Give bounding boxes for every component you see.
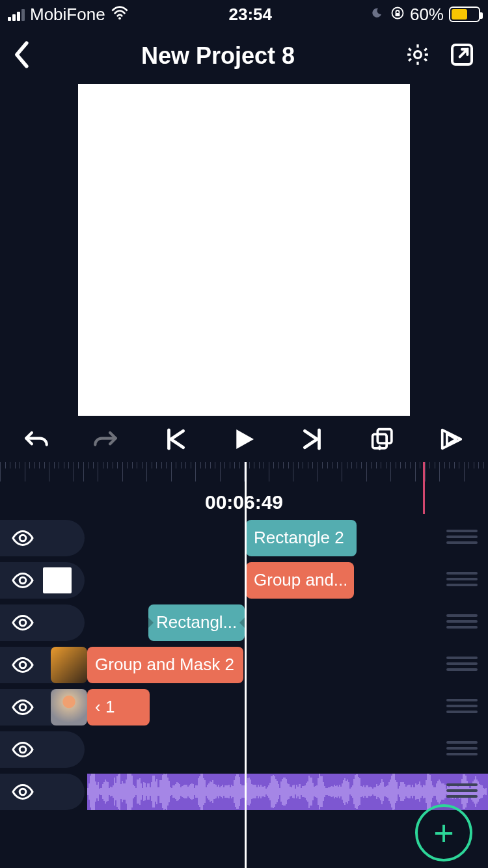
lock-rotation-icon [390, 5, 405, 25]
clip[interactable]: Rectangl... [148, 604, 245, 641]
track-head[interactable] [0, 562, 85, 599]
svg-point-3 [414, 51, 422, 59]
clip-label: Group and... [254, 570, 346, 590]
clip-label: Rectangle 2 [254, 528, 344, 548]
visibility-toggle[interactable] [10, 780, 35, 804]
reorder-handle[interactable] [446, 699, 478, 714]
svg-point-8 [20, 577, 26, 584]
track-head[interactable] [0, 604, 85, 641]
layer-thumb [51, 689, 87, 726]
track-row[interactable]: Rectangle 2 [0, 517, 488, 559]
battery-icon [449, 7, 480, 22]
export-button[interactable] [449, 42, 475, 70]
skip-start-button[interactable] [162, 426, 188, 452]
reorder-handle[interactable] [446, 614, 478, 630]
playhead[interactable] [245, 462, 247, 868]
reorder-handle[interactable] [446, 783, 478, 799]
svg-rect-2 [395, 13, 400, 16]
clip-label: Group and Mask 2 [95, 655, 234, 675]
clip-label: Rectangl... [156, 612, 237, 632]
svg-point-9 [20, 619, 26, 626]
waveform [87, 774, 488, 810]
track-head[interactable] [0, 731, 85, 768]
transport-bar [0, 416, 488, 462]
track-row[interactable]: ‹ 1 [0, 686, 488, 728]
svg-point-7 [20, 535, 26, 541]
status-time: 23:54 [229, 5, 273, 25]
clip-label: ‹ 1 [95, 697, 115, 717]
visibility-toggle[interactable] [10, 737, 35, 762]
moon-icon [372, 5, 385, 25]
carrier-label: MobiFone [30, 5, 105, 25]
status-bar: MobiFone 23:54 60% [0, 0, 488, 29]
timeline-ruler[interactable] [0, 462, 488, 488]
skip-end-button[interactable] [300, 426, 326, 452]
clip[interactable]: Group and Mask 2 [87, 647, 243, 683]
layer-thumb [43, 567, 72, 593]
clip[interactable]: Group and... [246, 562, 354, 599]
svg-point-0 [118, 17, 121, 20]
clip[interactable]: Rectangle 2 [246, 520, 357, 556]
timecode: 00:06:49 [205, 491, 283, 513]
preview-area [0, 83, 488, 416]
svg-point-10 [20, 662, 26, 668]
visibility-toggle[interactable] [10, 695, 35, 720]
app-header: New Project 8 [0, 29, 488, 83]
battery-level [452, 9, 467, 20]
battery-pct: 60% [410, 5, 444, 25]
reorder-handle[interactable] [446, 741, 478, 757]
svg-point-11 [20, 704, 26, 711]
timecode-row: 00:06:49 [0, 488, 488, 517]
track-row[interactable] [0, 770, 488, 813]
visibility-toggle[interactable] [10, 610, 35, 635]
add-button[interactable]: + [415, 804, 472, 861]
svg-point-13 [20, 789, 26, 795]
track-row[interactable] [0, 728, 488, 770]
duplicate-button[interactable] [370, 426, 396, 452]
track-row[interactable]: Rectangl... [0, 601, 488, 644]
svg-point-12 [20, 746, 26, 753]
visibility-toggle[interactable] [10, 653, 35, 677]
plus-icon: + [433, 813, 454, 853]
canvas[interactable] [78, 84, 410, 416]
back-button[interactable] [13, 40, 31, 72]
reorder-handle[interactable] [446, 530, 478, 545]
render-button[interactable] [439, 426, 465, 452]
layer-thumb [51, 647, 87, 683]
track-row[interactable]: Group and... [0, 559, 488, 601]
track-row[interactable]: Group and Mask 2 [0, 644, 488, 686]
track-head[interactable] [0, 774, 85, 810]
visibility-toggle[interactable] [10, 568, 35, 593]
svg-rect-5 [377, 429, 392, 444]
visibility-toggle[interactable] [10, 526, 35, 550]
play-button[interactable] [231, 426, 257, 452]
settings-button[interactable] [405, 42, 431, 70]
project-title: New Project 8 [31, 42, 405, 70]
signal-icon [8, 8, 25, 21]
wifi-icon [111, 5, 129, 25]
reorder-handle[interactable] [446, 657, 478, 672]
redo-button[interactable] [92, 426, 118, 452]
audio-clip[interactable] [87, 774, 488, 810]
clip[interactable]: ‹ 1 [87, 689, 150, 726]
reorder-handle[interactable] [446, 572, 478, 588]
undo-button[interactable] [23, 426, 49, 452]
track-head[interactable] [0, 520, 85, 556]
tracks-area[interactable]: Rectangle 2Group and...Rectangl...Group … [0, 517, 488, 868]
